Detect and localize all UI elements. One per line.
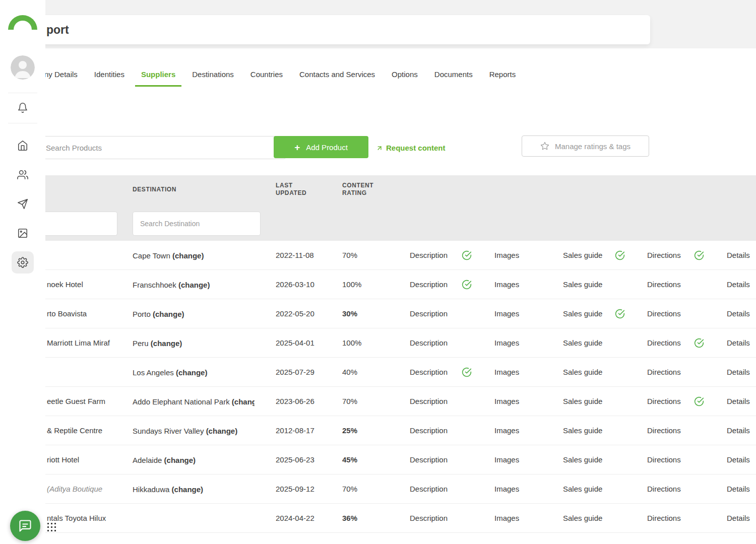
content-rating-value: 45% — [342, 455, 410, 464]
change-link[interactable]: (change) — [153, 310, 184, 318]
images-link[interactable]: Images — [494, 309, 563, 318]
sidebar-item-users[interactable] — [14, 166, 31, 183]
directions-link[interactable]: Directions — [647, 251, 694, 259]
images-link[interactable]: Images — [494, 514, 563, 522]
directions-link[interactable]: Directions — [647, 485, 694, 493]
tab-destinations[interactable]: Destinations — [186, 70, 240, 87]
change-link[interactable]: (change) — [172, 251, 204, 260]
content-rating-value: 30% — [342, 309, 410, 318]
directions-link[interactable]: Directions — [647, 514, 694, 522]
sales-guide-link[interactable]: Sales guide — [563, 338, 615, 347]
content-rating-value: 40% — [342, 368, 410, 376]
details-link[interactable]: Details — [727, 455, 756, 464]
images-link[interactable]: Images — [494, 485, 563, 493]
tab-identities[interactable]: Identities — [88, 70, 131, 87]
details-link[interactable]: Details — [727, 368, 756, 376]
table-row: (Aditya Boutique Hikkaduwa (change) 2025… — [0, 474, 756, 504]
directions-link[interactable]: Directions — [647, 309, 694, 318]
user-avatar[interactable] — [11, 55, 35, 80]
directions-link[interactable]: Directions — [647, 338, 694, 347]
content-rating-value: 70% — [342, 485, 410, 493]
directions-link[interactable]: Directions — [647, 397, 694, 405]
check-circle-icon — [462, 367, 472, 377]
tab-contacts-and-services[interactable]: Contacts and Services — [293, 70, 381, 87]
check-circle-icon — [694, 396, 704, 406]
details-link[interactable]: Details — [727, 338, 756, 347]
details-link[interactable]: Details — [727, 397, 756, 405]
description-link[interactable]: Description — [410, 397, 462, 405]
destination-filter-input[interactable] — [133, 212, 261, 236]
sales-guide-link[interactable]: Sales guide — [563, 368, 615, 376]
app-logo[interactable] — [8, 15, 37, 30]
sales-guide-link[interactable]: Sales guide — [563, 251, 615, 259]
description-link[interactable]: Description — [410, 251, 462, 259]
details-link[interactable]: Details — [727, 280, 756, 289]
last-updated-value: 2012-08-17 — [276, 426, 342, 435]
details-link[interactable]: Details — [727, 251, 756, 259]
notifications-button[interactable] — [14, 99, 31, 116]
details-link[interactable]: Details — [727, 309, 756, 318]
search-products-input[interactable] — [30, 136, 286, 159]
description-link[interactable]: Description — [410, 368, 462, 376]
change-link[interactable]: (change) — [164, 456, 196, 464]
sidebar-item-settings[interactable] — [12, 251, 34, 274]
description-link[interactable]: Description — [410, 280, 462, 289]
description-link[interactable]: Description — [410, 485, 462, 493]
check-circle-icon — [615, 250, 625, 260]
destination-text: Cape Town — [133, 251, 170, 260]
destination-cell — [133, 514, 276, 522]
images-link[interactable]: Images — [494, 426, 563, 435]
images-link[interactable]: Images — [494, 368, 563, 376]
description-link[interactable]: Description — [410, 514, 462, 522]
change-link[interactable]: (change) — [176, 368, 208, 377]
change-link[interactable]: (change) — [178, 281, 210, 289]
images-link[interactable]: Images — [494, 455, 563, 464]
chat-button[interactable] — [10, 511, 40, 541]
images-link[interactable]: Images — [494, 338, 563, 347]
sidebar-item-home[interactable] — [14, 137, 31, 154]
description-link[interactable]: Description — [410, 426, 462, 435]
tab-countries[interactable]: Countries — [244, 70, 289, 87]
table-row: Marriott Lima Miraf Peru (change) 2025-0… — [0, 328, 756, 358]
add-product-button[interactable]: + Add Product — [274, 136, 368, 158]
images-link[interactable]: Images — [494, 397, 563, 405]
image-icon — [17, 228, 28, 239]
add-product-label: Add Product — [306, 143, 348, 152]
manage-ratings-button[interactable]: Manage ratings & tags — [522, 135, 649, 157]
sales-guide-link[interactable]: Sales guide — [563, 309, 615, 318]
tab-options[interactable]: Options — [386, 70, 424, 87]
sales-guide-link[interactable]: Sales guide — [563, 514, 615, 522]
change-link[interactable]: (change) — [206, 427, 238, 435]
change-link[interactable]: (change) — [232, 397, 255, 406]
table-row: riott Hotel Adelaide (change) 2025-06-23… — [0, 445, 756, 474]
details-link[interactable]: Details — [727, 485, 756, 493]
images-link[interactable]: Images — [494, 251, 563, 259]
drag-handle[interactable] — [46, 522, 57, 532]
tab-reports[interactable]: Reports — [483, 70, 522, 87]
header-card: port — [30, 15, 650, 44]
directions-link[interactable]: Directions — [647, 280, 694, 289]
request-content-link[interactable]: Request content — [376, 144, 446, 152]
sidebar-item-send[interactable] — [14, 195, 31, 213]
sales-guide-link[interactable]: Sales guide — [563, 397, 615, 405]
directions-link[interactable]: Directions — [647, 426, 694, 435]
last-updated-value: 2025-06-23 — [276, 455, 342, 464]
change-link[interactable]: (change) — [151, 339, 182, 348]
description-link[interactable]: Description — [410, 338, 462, 347]
description-link[interactable]: Description — [410, 455, 462, 464]
tab-suppliers[interactable]: Suppliers — [135, 70, 181, 87]
images-link[interactable]: Images — [494, 280, 563, 289]
sales-guide-link[interactable]: Sales guide — [563, 455, 615, 464]
directions-link[interactable]: Directions — [647, 368, 694, 376]
page: port ny DetailsIdentitiesSuppliersDestin… — [0, 0, 756, 544]
tab-documents[interactable]: Documents — [428, 70, 479, 87]
change-link[interactable]: (change) — [172, 485, 204, 494]
sales-guide-link[interactable]: Sales guide — [563, 280, 615, 289]
sales-guide-link[interactable]: Sales guide — [563, 426, 615, 435]
details-link[interactable]: Details — [727, 514, 756, 522]
description-link[interactable]: Description — [410, 309, 462, 318]
details-link[interactable]: Details — [727, 426, 756, 435]
directions-link[interactable]: Directions — [647, 455, 694, 464]
sidebar-item-media[interactable] — [14, 225, 31, 242]
sales-guide-link[interactable]: Sales guide — [563, 485, 615, 493]
